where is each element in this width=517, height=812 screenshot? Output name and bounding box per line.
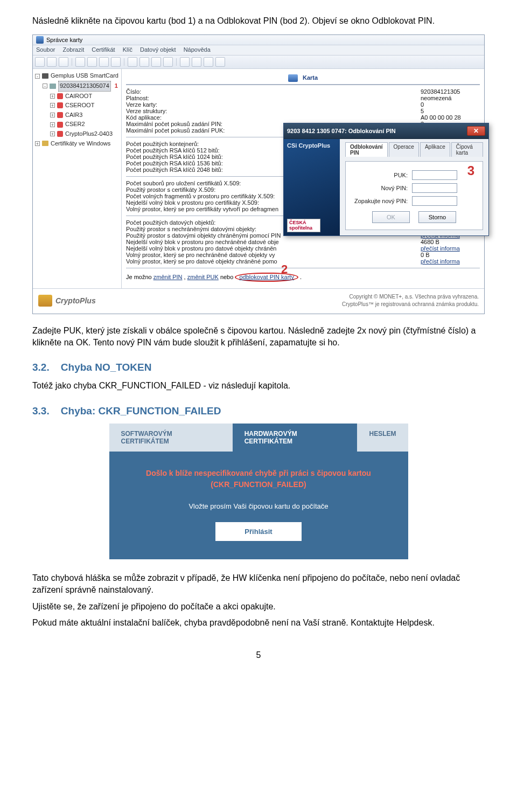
- tab-odblokovani-pin[interactable]: Odblokování PIN: [345, 142, 388, 157]
- info-row: Kód aplikace:A0 00 00 00 28: [126, 114, 480, 121]
- tab-aplikace[interactable]: Aplikace: [420, 142, 450, 157]
- info-value-link[interactable]: přečíst informa: [421, 258, 480, 265]
- info-key: Nejdelší volný blok v prostoru pro datov…: [126, 245, 421, 252]
- info-row: Volný prostor, který se pro datové objek…: [126, 258, 480, 265]
- tree-cert[interactable]: CAIR3: [65, 110, 82, 120]
- error-message-line1: Došlo k blíže nespecifikované chybě při …: [120, 468, 397, 479]
- tree-cert[interactable]: CryptoPlus2-0403: [65, 129, 113, 139]
- info-value: 5: [421, 108, 480, 114]
- info-key: Kód aplikace:: [126, 114, 421, 121]
- toolbar-button[interactable]: [215, 57, 225, 67]
- cert-icon: [57, 131, 63, 137]
- tree-reader[interactable]: Gemplus USB SmartCard: [51, 71, 118, 81]
- menu-zobrazit[interactable]: Zobrazit: [62, 46, 84, 53]
- info-row: Nejdelší volný blok v prostoru pro nechr…: [126, 239, 480, 245]
- tree-cert[interactable]: CSER2: [65, 120, 85, 129]
- change-prefix: Je možno: [126, 274, 153, 280]
- titlebar: Správce karty: [33, 35, 484, 45]
- toolbar-button[interactable]: [192, 57, 201, 67]
- cancel-button[interactable]: Storno: [418, 211, 456, 223]
- menu-klic[interactable]: Klíč: [123, 46, 132, 53]
- dialog-titlebar: 9203 8412 1305 0747: Odblokování PIN ✕: [284, 123, 488, 139]
- toolbar-button[interactable]: [180, 57, 190, 67]
- info-value: 0 B: [421, 252, 480, 258]
- page-number: 5: [32, 650, 485, 660]
- heading-3-3: 3.3. Chyba: CKR_FUNCTION_FAILED: [32, 405, 485, 417]
- no-token-paragraph: Totéž jako chyba CKR_FUNCTION_FAILED - v…: [32, 380, 485, 392]
- puk-input[interactable]: [412, 170, 457, 180]
- change-links-row: Je možno změnit PIN , změnit PUK nebo od…: [126, 273, 480, 281]
- info-key: Verze karty:: [126, 101, 421, 108]
- toolbar-button[interactable]: [111, 57, 121, 67]
- info-row: Verze struktury:5: [126, 108, 480, 114]
- new-pin-input[interactable]: [412, 183, 457, 193]
- toolbar-button[interactable]: [163, 57, 173, 67]
- tree-win-certs[interactable]: Certifikáty ve Windows: [51, 139, 110, 149]
- info-row: Nejdelší volný blok v prostoru pro datov…: [126, 245, 480, 252]
- info-key: Číslo:: [126, 88, 421, 95]
- login-method-tabs: SOFTWAROVÝM CERTIFIKÁTEM HARDWAROVÝM CER…: [109, 424, 408, 452]
- cert-icon: [57, 122, 63, 128]
- toolbar-button[interactable]: [59, 57, 68, 67]
- toolbar-button[interactable]: [151, 57, 161, 67]
- tab-operace[interactable]: Operace: [389, 142, 419, 157]
- heading-title: Chyba NO_TOKEN: [61, 362, 152, 373]
- card-manager-window: Správce karty Soubor Zobrazit Certifikát…: [32, 34, 485, 314]
- close-button[interactable]: ✕: [467, 126, 485, 136]
- annotation-2: 2: [281, 262, 288, 276]
- menubar: Soubor Zobrazit Certifikát Klíč Datový o…: [33, 45, 484, 55]
- footer-copyright-2: CryptoPlus™ je registrovaná ochranná zná…: [342, 301, 479, 308]
- heading-title: Chyba: CKR_FUNCTION_FAILED: [61, 405, 221, 417]
- info-value: 920384121305: [421, 88, 480, 95]
- repeat-pin-label: Zopakujte nový PIN:: [351, 198, 408, 204]
- info-row: Verze karty:0: [126, 101, 480, 108]
- tree-cert[interactable]: CAIROOT: [65, 92, 92, 101]
- toolbar-button[interactable]: [204, 57, 213, 67]
- folder-icon: [42, 141, 48, 146]
- menu-datovy-objekt[interactable]: Datový objekt: [140, 46, 176, 53]
- toolbar-button[interactable]: [128, 57, 137, 67]
- menu-soubor[interactable]: Soubor: [36, 46, 55, 53]
- tree-card-selected[interactable]: 920384121305074: [58, 81, 111, 92]
- toolbar-button[interactable]: [99, 57, 109, 67]
- link-change-pin[interactable]: změnit PIN: [153, 274, 183, 280]
- toolbar-button[interactable]: [75, 57, 85, 67]
- app-footer: CryptoPlus Copyright © MONET+, a.s. Všec…: [33, 288, 484, 314]
- tab-password[interactable]: HESLEM: [357, 424, 408, 452]
- reader-icon: [42, 73, 48, 79]
- error-panel: Došlo k blíže nespecifikované chybě při …: [109, 452, 408, 559]
- tab-software-cert[interactable]: SOFTWAROVÝM CERTIFIKÁTEM: [109, 424, 233, 452]
- ok-button[interactable]: OK: [372, 211, 410, 223]
- after-panel-paragraph-1: Tato chybová hláška se může zobrazit v p…: [32, 572, 485, 596]
- error-message-line2: (CKR_FUNCTION_FAILED): [120, 479, 397, 490]
- info-value-link[interactable]: přečíst informa: [421, 245, 480, 252]
- toolbar: [33, 55, 484, 69]
- dialog-title: 9203 8412 1305 0747: Odblokování PIN: [287, 128, 396, 134]
- info-row: Číslo:920384121305: [126, 88, 480, 95]
- info-value: A0 00 00 00 28: [421, 114, 480, 121]
- menu-certifikat[interactable]: Certifikát: [92, 46, 115, 53]
- annotation-1: 1: [115, 81, 118, 91]
- toolbar-button[interactable]: [35, 57, 45, 67]
- cryptoplus-logo-icon: [38, 295, 52, 307]
- insert-card-message: Vložte prosím Vaši čipovou kartu do počí…: [120, 502, 397, 510]
- repeat-pin-input[interactable]: [412, 196, 457, 206]
- cert-icon: [57, 112, 63, 118]
- toolbar-button[interactable]: [47, 57, 57, 67]
- tree-cert[interactable]: CSEROOT: [65, 101, 94, 110]
- puk-label: PUK:: [351, 172, 408, 178]
- card-header: Karta: [126, 72, 480, 83]
- login-button[interactable]: Přihlásit: [215, 522, 302, 541]
- after-panel-paragraph-3: Pokud máte aktuální instalační balíček, …: [32, 617, 485, 629]
- toolbar-button[interactable]: [87, 57, 97, 67]
- unblock-pin-dialog: 9203 8412 1305 0747: Odblokování PIN ✕ C…: [283, 123, 489, 236]
- after-panel-paragraph-2: Ujistěte se, že zařízení je připojeno do…: [32, 601, 485, 613]
- tab-hardware-cert[interactable]: HARDWAROVÝM CERTIFIKÁTEM: [233, 424, 358, 452]
- info-key: Nejdelší volný blok v prostoru pro nechr…: [126, 239, 421, 245]
- tab-cipova-karta[interactable]: Čipová karta: [451, 142, 483, 157]
- menu-napoveda[interactable]: Nápověda: [184, 46, 211, 53]
- link-change-puk[interactable]: změnit PUK: [187, 274, 219, 280]
- dialog-sidebar: CSi CryptoPlus ČESKÁ spořitelna: [284, 139, 340, 235]
- info-key: Volný prostor, který se pro datové objek…: [126, 258, 421, 265]
- toolbar-button[interactable]: [139, 57, 149, 67]
